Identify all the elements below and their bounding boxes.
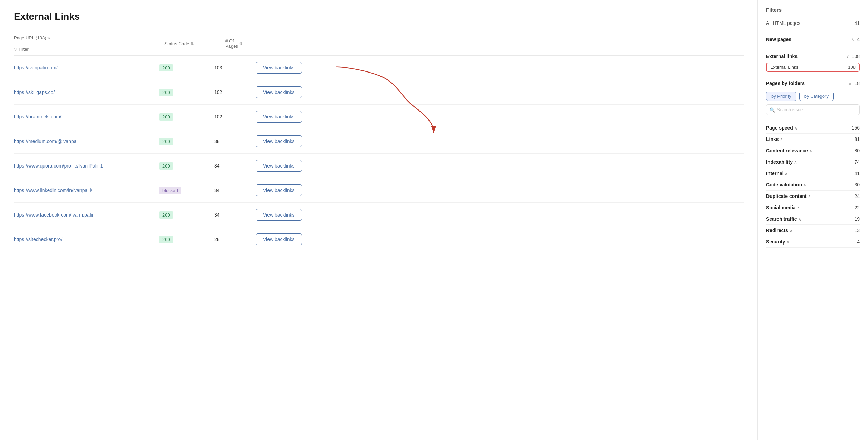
view-backlinks-button[interactable]: View backlinks bbox=[256, 160, 302, 172]
divider-4 bbox=[766, 119, 860, 119]
filter-count: 4 bbox=[857, 239, 860, 245]
filter-count: 24 bbox=[854, 193, 860, 199]
filter-count: 19 bbox=[854, 216, 860, 222]
cell-action: View backlinks bbox=[256, 184, 744, 196]
external-links-section: External links ∨ 108 External Links 108 bbox=[766, 51, 860, 72]
filter-sections-list: Page speed ∧ 156 Links ∧ 81 Content rele… bbox=[766, 122, 860, 248]
filter-section[interactable]: Code validation ∧ 30 bbox=[766, 179, 860, 191]
status-badge: 200 bbox=[159, 211, 173, 219]
page-title: External Links bbox=[14, 11, 744, 22]
cell-pages: 38 bbox=[214, 138, 256, 144]
filter-count: 156 bbox=[852, 125, 860, 131]
cell-url: https://brammels.com/ bbox=[14, 114, 159, 120]
filter-count: 74 bbox=[854, 159, 860, 165]
url-link[interactable]: https://medium.com/@ivanpalii bbox=[14, 138, 80, 144]
external-links-header[interactable]: External links ∨ 108 bbox=[766, 51, 860, 62]
view-backlinks-button[interactable]: View backlinks bbox=[256, 62, 302, 74]
filter-button[interactable]: ▽ Filter bbox=[14, 47, 29, 52]
filter-count: 30 bbox=[854, 182, 860, 188]
cell-pages: 102 bbox=[214, 89, 256, 95]
url-link[interactable]: https://www.linkedin.com/in/ivanpalii/ bbox=[14, 188, 92, 193]
all-html-pages-filter[interactable]: All HTML pages 41 bbox=[766, 18, 860, 28]
pages-by-folders-header[interactable]: Pages by folders ∧ 18 bbox=[766, 78, 860, 89]
cell-action: View backlinks bbox=[256, 62, 744, 74]
cell-pages: 103 bbox=[214, 65, 256, 70]
cell-pages: 34 bbox=[214, 188, 256, 193]
new-pages-header[interactable]: New pages ∧ 4 bbox=[766, 34, 860, 45]
pages-by-folders-section: Pages by folders ∧ 18 by Priority by Cat… bbox=[766, 78, 860, 115]
status-sort-icon: ⇅ bbox=[191, 42, 194, 46]
cell-url: https://www.quora.com/profile/Ivan-Palii… bbox=[14, 163, 159, 169]
cell-action: View backlinks bbox=[256, 233, 744, 245]
sidebar: Filters All HTML pages 41 New pages ∧ 4 … bbox=[757, 0, 868, 440]
url-link[interactable]: https://ivanpalii.com/ bbox=[14, 65, 58, 70]
filter-label: Social media ∧ bbox=[766, 205, 800, 210]
filter-section[interactable]: Internal ∧ 41 bbox=[766, 168, 860, 179]
cell-url: https://www.facebook.com/ivann.palii bbox=[14, 212, 159, 218]
view-backlinks-button[interactable]: View backlinks bbox=[256, 184, 302, 196]
search-icon: 🔍 bbox=[770, 107, 775, 112]
cell-pages: 102 bbox=[214, 114, 256, 119]
pages-sort-icon: ⇅ bbox=[239, 42, 242, 46]
status-badge: 200 bbox=[159, 236, 173, 243]
filter-section[interactable]: Search traffic ∧ 19 bbox=[766, 213, 860, 225]
cell-status: blocked bbox=[159, 187, 214, 194]
filter-section[interactable]: Indexability ∧ 74 bbox=[766, 156, 860, 168]
cell-status: 200 bbox=[159, 64, 214, 71]
pages-by-folders-label: Pages by folders bbox=[766, 80, 805, 86]
view-backlinks-button[interactable]: View backlinks bbox=[256, 135, 302, 147]
cell-status: 200 bbox=[159, 138, 214, 145]
filter-label: Duplicate content ∧ bbox=[766, 193, 811, 199]
external-links-chevron: ∨ bbox=[846, 54, 849, 59]
filter-count: 22 bbox=[854, 205, 860, 210]
cell-pages: 28 bbox=[214, 237, 256, 242]
filter-section[interactable]: Content relevance ∧ 80 bbox=[766, 145, 860, 156]
view-backlinks-button[interactable]: View backlinks bbox=[256, 86, 302, 98]
url-link[interactable]: https://skillgaps.co/ bbox=[14, 89, 55, 95]
cell-url: https://sitechecker.pro/ bbox=[14, 236, 159, 242]
cell-url: https://skillgaps.co/ bbox=[14, 89, 159, 95]
url-link[interactable]: https://www.facebook.com/ivann.palii bbox=[14, 212, 93, 218]
cell-status: 200 bbox=[159, 113, 214, 121]
filter-section[interactable]: Duplicate content ∧ 24 bbox=[766, 191, 860, 202]
view-backlinks-button[interactable]: View backlinks bbox=[256, 111, 302, 123]
url-link[interactable]: https://brammels.com/ bbox=[14, 114, 62, 119]
table-row: https://ivanpalii.com/ 200 103 View back… bbox=[14, 56, 744, 80]
table-row: https://medium.com/@ivanpalii 200 38 Vie… bbox=[14, 129, 744, 154]
filter-count: 81 bbox=[854, 136, 860, 142]
table-row: https://sitechecker.pro/ 200 28 View bac… bbox=[14, 227, 744, 251]
filter-label: Search traffic ∧ bbox=[766, 216, 801, 222]
external-links-sub-count: 108 bbox=[848, 65, 856, 70]
url-link[interactable]: https://sitechecker.pro/ bbox=[14, 237, 62, 242]
by-priority-button[interactable]: by Priority bbox=[766, 92, 796, 101]
main-content: External Links Page URL (108) ⇅ ▽ Filter… bbox=[0, 0, 757, 440]
external-links-subitem[interactable]: External Links 108 bbox=[766, 63, 860, 72]
table-row: https://www.linkedin.com/in/ivanpalii/ b… bbox=[14, 178, 744, 203]
filter-label: Page speed ∧ bbox=[766, 125, 798, 131]
search-issue-wrapper: 🔍 bbox=[766, 104, 860, 115]
filter-section[interactable]: Social media ∧ 22 bbox=[766, 202, 860, 213]
search-issue-input[interactable] bbox=[766, 104, 860, 115]
filter-label: Links ∧ bbox=[766, 136, 783, 142]
filter-section[interactable]: Redirects ∧ 13 bbox=[766, 225, 860, 236]
table-row: https://www.quora.com/profile/Ivan-Palii… bbox=[14, 154, 744, 178]
divider-1 bbox=[766, 31, 860, 31]
view-backlinks-button[interactable]: View backlinks bbox=[256, 209, 302, 221]
cell-url: https://ivanpalii.com/ bbox=[14, 65, 159, 71]
view-backlinks-button[interactable]: View backlinks bbox=[256, 233, 302, 245]
all-html-pages-count: 41 bbox=[854, 20, 860, 26]
filter-section[interactable]: Security ∧ 4 bbox=[766, 236, 860, 248]
filter-section[interactable]: Page speed ∧ 156 bbox=[766, 122, 860, 134]
external-links-count: 108 bbox=[852, 54, 860, 59]
url-link[interactable]: https://www.quora.com/profile/Ivan-Palii… bbox=[14, 163, 103, 169]
by-category-button[interactable]: by Category bbox=[799, 92, 834, 101]
cell-url: https://medium.com/@ivanpalii bbox=[14, 138, 159, 144]
cell-pages: 34 bbox=[214, 163, 256, 169]
pages-by-folders-count: 18 bbox=[854, 80, 860, 86]
new-pages-count: 4 bbox=[857, 37, 860, 42]
filter-section[interactable]: Links ∧ 81 bbox=[766, 134, 860, 145]
priority-category-toggles: by Priority by Category bbox=[766, 92, 860, 101]
new-pages-chevron: ∧ bbox=[851, 37, 854, 42]
cell-pages: 34 bbox=[214, 212, 256, 218]
cell-status: 200 bbox=[159, 89, 214, 96]
